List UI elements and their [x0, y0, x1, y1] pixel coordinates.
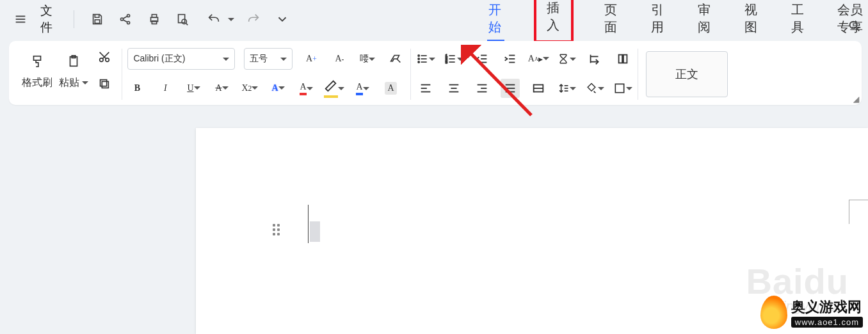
svg-rect-11 — [152, 21, 156, 24]
topbar: 文件 开始 插入 页面 引用 审阅 视图 工具 会员专享 — [0, 0, 868, 38]
divider — [74, 10, 74, 28]
copy-icon[interactable] — [95, 74, 114, 93]
svg-line-26 — [397, 59, 401, 63]
bold-icon[interactable]: B — [127, 79, 147, 98]
align-left-icon[interactable] — [416, 79, 435, 98]
tab-symbol-icon[interactable] — [585, 49, 604, 68]
character-shading-icon[interactable]: A — [381, 79, 400, 98]
underline-icon[interactable]: U — [184, 79, 203, 98]
superscript-icon[interactable]: X2 — [240, 79, 259, 98]
tab-view[interactable]: 视图 — [743, 0, 760, 42]
svg-line-14 — [186, 23, 188, 25]
tab-page[interactable]: 页面 — [603, 0, 620, 42]
flame-icon — [760, 296, 787, 329]
svg-point-5 — [127, 14, 130, 17]
svg-point-15 — [850, 22, 857, 29]
svg-rect-71 — [616, 84, 624, 92]
change-case-icon[interactable]: AA▸ — [529, 49, 548, 68]
grow-font-icon[interactable]: A+ — [301, 49, 321, 68]
group-styles: 正文 — [639, 46, 734, 102]
undo-icon[interactable] — [202, 8, 225, 31]
borders-icon[interactable] — [613, 79, 632, 98]
cursor-block — [310, 221, 320, 242]
svg-point-29 — [419, 58, 420, 60]
print-preview-icon[interactable] — [173, 8, 192, 31]
svg-rect-10 — [152, 15, 156, 18]
share-icon[interactable] — [117, 8, 135, 31]
format-painter-icon[interactable] — [28, 52, 47, 71]
svg-rect-49 — [623, 55, 627, 63]
watermark-sub: jingyan.b — [780, 298, 836, 315]
drag-handle-icon[interactable] — [273, 224, 280, 235]
tab-review[interactable]: 审阅 — [696, 0, 714, 42]
style-normal[interactable]: 正文 — [646, 51, 728, 97]
text-cursor — [308, 205, 309, 243]
align-center-icon[interactable] — [444, 79, 463, 98]
margin-marker — [849, 200, 868, 224]
svg-point-27 — [419, 55, 420, 56]
watermark-baidu: Baidu — [746, 260, 849, 302]
paste-label[interactable]: 粘贴 — [59, 76, 88, 90]
document-page[interactable]: Baidu jingyan.b 奥义游戏网 www.aoe1.com — [196, 128, 868, 334]
group-font: Calibri (正文) 五号 A+ A- 喓 B I U A X2 A A A… — [124, 46, 409, 102]
sort-icon[interactable] — [557, 49, 576, 68]
paragraph-dialog-launcher-icon[interactable]: ◢ — [853, 95, 859, 104]
svg-line-7 — [124, 16, 127, 19]
font-name-select[interactable]: Calibri (正文) — [127, 48, 235, 70]
redo-icon[interactable] — [245, 8, 263, 31]
svg-rect-17 — [34, 56, 41, 60]
svg-point-6 — [127, 21, 130, 24]
svg-rect-25 — [100, 80, 107, 86]
numbering-icon[interactable]: 123 — [444, 49, 463, 68]
strikethrough-icon[interactable]: A — [212, 79, 231, 98]
save-icon[interactable] — [88, 8, 107, 31]
logo-title: 奥义游戏网 — [791, 298, 863, 317]
logo-aoe: 奥义游戏网 www.aoe1.com — [760, 296, 863, 329]
italic-icon[interactable]: I — [156, 79, 175, 98]
svg-rect-24 — [102, 81, 109, 88]
file-menu[interactable]: 文件 — [40, 3, 60, 36]
line-spacing-icon[interactable] — [557, 79, 576, 98]
undo-dropdown[interactable] — [228, 14, 234, 24]
pen-color-icon[interactable] — [325, 79, 344, 98]
logo-url: www.aoe1.com — [791, 317, 863, 328]
tab-reference[interactable]: 引用 — [650, 0, 667, 42]
ribbon: 格式刷 粘贴 Calibri (正文) 五号 A+ A- 喓 B I U — [9, 41, 862, 105]
svg-line-16 — [856, 28, 860, 31]
group-clipboard: 格式刷 粘贴 — [15, 46, 120, 102]
svg-point-4 — [121, 18, 124, 20]
bullets-icon[interactable] — [416, 49, 435, 68]
text-effects-icon[interactable]: A — [268, 79, 287, 98]
tab-tools[interactable]: 工具 — [790, 0, 807, 42]
chevron-down-icon[interactable] — [273, 8, 291, 31]
clear-format-icon[interactable] — [386, 49, 405, 68]
decrease-indent-icon[interactable] — [472, 49, 492, 68]
ribbon-tabs: 开始 插入 页面 引用 审阅 视图 工具 会员专享 — [487, 0, 868, 43]
phonetic-guide-icon[interactable]: 喓 — [358, 49, 377, 68]
format-painter-label[interactable]: 格式刷 — [22, 76, 52, 90]
search-icon[interactable] — [842, 14, 865, 37]
paste-icon[interactable] — [64, 52, 83, 71]
shrink-font-icon[interactable]: A- — [330, 49, 349, 68]
svg-text:3: 3 — [446, 60, 447, 64]
svg-line-8 — [124, 20, 127, 22]
svg-point-31 — [419, 61, 420, 63]
tab-insert[interactable]: 插入 — [534, 0, 574, 43]
distribute-icon[interactable] — [529, 79, 548, 98]
align-right-icon[interactable] — [472, 79, 492, 98]
svg-rect-48 — [619, 55, 623, 63]
font-color-icon[interactable]: A — [353, 79, 372, 98]
shading-icon[interactable] — [585, 79, 604, 98]
font-size-select[interactable]: 五号 — [244, 48, 293, 70]
align-justify-icon[interactable] — [501, 79, 520, 98]
group-paragraph: 123 AA▸ ◢ — [412, 46, 636, 102]
tab-home[interactable]: 开始 — [487, 0, 504, 42]
menu-icon[interactable] — [12, 8, 30, 31]
cut-icon[interactable] — [95, 47, 114, 67]
print-icon[interactable] — [145, 8, 164, 31]
increase-indent-icon[interactable] — [501, 49, 520, 68]
show-marks-icon[interactable] — [613, 49, 632, 68]
highlight-color-icon[interactable]: A — [296, 79, 316, 98]
svg-rect-3 — [95, 20, 99, 23]
